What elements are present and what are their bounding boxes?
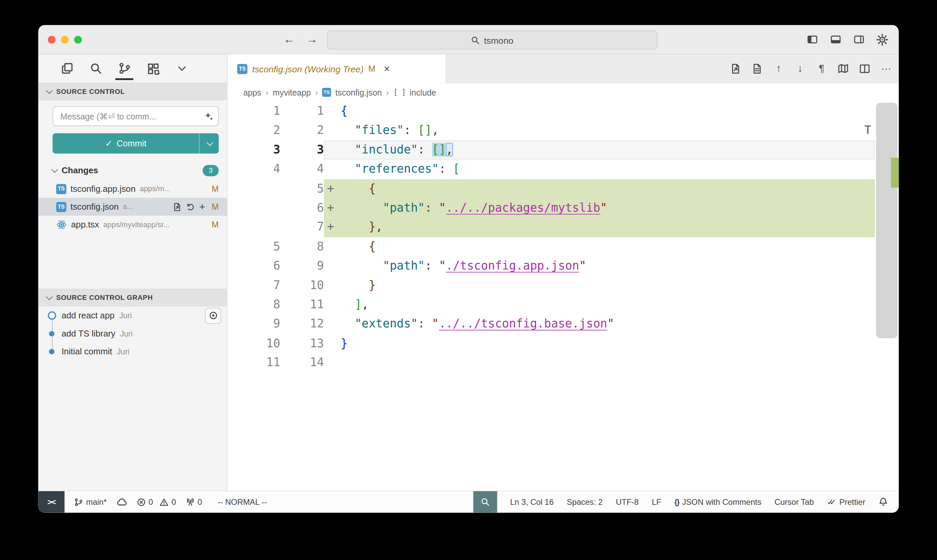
- code-line[interactable]: 22 "files": [],: [228, 121, 899, 140]
- more-actions-icon[interactable]: ···: [880, 62, 893, 75]
- toggle-panel-icon[interactable]: [828, 32, 843, 47]
- open-changes-icon[interactable]: [729, 62, 742, 75]
- code-line[interactable]: 1114: [228, 353, 899, 372]
- branch-indicator[interactable]: main*: [74, 497, 107, 506]
- code-line-content: "extends": "../../tsconfig.base.json": [324, 314, 875, 334]
- minimap-slider[interactable]: [876, 103, 898, 338]
- vim-mode-indicator[interactable]: -- NORMAL --: [217, 497, 267, 506]
- cursor-tab-indicator[interactable]: Cursor Tab: [774, 497, 814, 506]
- code-line[interactable]: 710 }: [228, 275, 899, 295]
- warning-icon: [160, 497, 169, 506]
- code-line[interactable]: 11{: [228, 102, 899, 121]
- change-file-row[interactable]: TStsconfig.jsona...+M: [38, 198, 227, 216]
- editor-actions: ↑ ↓ ¶ ···: [729, 54, 892, 82]
- code-line[interactable]: 1013}: [228, 334, 899, 353]
- additional-views-chevron-icon[interactable]: [175, 60, 188, 77]
- copilot-sparkle-icon[interactable]: [204, 112, 213, 121]
- back-button[interactable]: ←: [280, 31, 299, 48]
- code-line[interactable]: 33 "include": [],: [228, 140, 899, 160]
- code-line[interactable]: 811 ],: [228, 295, 899, 315]
- stage-changes-icon[interactable]: +: [199, 202, 205, 212]
- breadcrumb-item-myviteapp[interactable]: myviteapp: [272, 88, 311, 97]
- diff-editor[interactable]: 11{22 "files": [],33 "include": [],44 "r…: [228, 102, 899, 491]
- code-line[interactable]: 58 {: [228, 237, 899, 257]
- cursor-position-indicator[interactable]: Ln 3, Col 16: [510, 497, 554, 506]
- react-file-icon: [56, 219, 67, 230]
- source-control-icon[interactable]: [118, 60, 131, 77]
- zoom-indicator[interactable]: [473, 491, 497, 512]
- changes-header[interactable]: Changes 3: [38, 161, 227, 180]
- original-line-number: 1: [228, 102, 280, 121]
- toggle-secondary-sidebar-icon[interactable]: [851, 32, 866, 47]
- minimize-window-button[interactable]: [61, 36, 69, 43]
- search-icon[interactable]: [89, 60, 102, 77]
- close-window-button[interactable]: [48, 36, 55, 43]
- change-file-row[interactable]: app.tsxapps/myviteapp/sr...M: [38, 216, 227, 234]
- original-line-number: 11: [228, 353, 280, 372]
- minimap[interactable]: [875, 102, 899, 491]
- previous-change-icon[interactable]: ↑: [772, 62, 785, 75]
- commit-author: Juri: [120, 329, 221, 338]
- code-line[interactable]: 44 "references": [: [228, 160, 899, 179]
- maximize-window-button[interactable]: [74, 36, 82, 43]
- typescript-file-icon: TS: [322, 88, 331, 97]
- code-line[interactable]: 69 "path": "./tsconfig.app.json": [228, 257, 899, 276]
- sync-changes-button[interactable]: [116, 498, 127, 506]
- settings-gear-icon[interactable]: [875, 32, 889, 47]
- go-to-file-icon[interactable]: [751, 62, 764, 75]
- breadcrumb-item-tsconfig[interactable]: tsconfig.json: [335, 88, 382, 97]
- indentation-indicator[interactable]: Spaces: 2: [567, 497, 603, 506]
- eol-indicator[interactable]: LF: [652, 497, 662, 506]
- map-icon[interactable]: [837, 62, 850, 75]
- discard-changes-icon[interactable]: [186, 202, 195, 211]
- open-file-icon[interactable]: [173, 202, 182, 211]
- commit-row[interactable]: Initial commitJuri: [38, 342, 227, 360]
- change-file-row[interactable]: TStsconfig.app.jsonapps/m...M: [38, 180, 227, 198]
- tab-tsconfig-working-tree[interactable]: TS tsconfig.json (Working Tree) M ×: [228, 54, 446, 83]
- commit-row[interactable]: add react appJuri: [38, 306, 227, 325]
- modified-line-number: 12: [280, 314, 324, 334]
- code-line[interactable]: 6+ "path": "../../packages/mytslib": [228, 198, 899, 218]
- command-center-search[interactable]: tsmono: [327, 31, 657, 50]
- formatter-indicator[interactable]: ✓✓ Prettier: [827, 497, 865, 506]
- original-line-number: 7: [228, 275, 280, 295]
- remote-indicator[interactable]: ><: [38, 491, 65, 512]
- sidebar-spacer: [38, 234, 227, 288]
- check-icon: ✓: [105, 138, 112, 148]
- source-control-section-header[interactable]: SOURCE CONTROL: [38, 82, 227, 100]
- forward-button[interactable]: →: [302, 31, 322, 48]
- section-title: SOURCE CONTROL: [56, 88, 125, 95]
- commit-message-input[interactable]: [59, 111, 204, 122]
- next-change-icon[interactable]: ↓: [794, 62, 807, 75]
- close-tab-icon[interactable]: ×: [384, 63, 390, 75]
- toggle-whitespace-icon[interactable]: ¶: [815, 62, 828, 75]
- ports-indicator[interactable]: 0: [185, 497, 202, 506]
- code-line[interactable]: 912 "extends": "../../tsconfig.base.json…: [228, 314, 899, 334]
- commit-dropdown-button[interactable]: [199, 133, 219, 154]
- file-name: tsconfig.app.json: [71, 184, 135, 194]
- commit-action-button[interactable]: [205, 307, 221, 323]
- original-line-number: 9: [228, 314, 280, 334]
- warning-count: 0: [172, 497, 176, 506]
- notifications-bell[interactable]: [879, 497, 888, 506]
- extensions-icon[interactable]: [146, 60, 160, 77]
- breadcrumb-item-apps[interactable]: apps: [243, 88, 262, 97]
- toggle-primary-sidebar-icon[interactable]: [805, 32, 820, 47]
- chevron-right-icon: ›: [266, 87, 269, 97]
- code-line[interactable]: 7+ },: [228, 218, 899, 237]
- commit-row[interactable]: add TS libraryJuri: [38, 325, 227, 342]
- problems-indicator[interactable]: 0 0: [137, 497, 176, 506]
- language-mode-indicator[interactable]: {} JSON with Comments: [674, 497, 761, 506]
- original-line-number: [228, 179, 280, 198]
- breadcrumb-item-include[interactable]: include: [409, 88, 436, 97]
- code-line[interactable]: 5+ {: [228, 179, 899, 198]
- commit-button[interactable]: ✓Commit: [52, 133, 219, 154]
- encoding-indicator[interactable]: UTF-8: [616, 497, 639, 506]
- split-editor-icon[interactable]: [858, 62, 871, 75]
- chevron-right-icon: ›: [386, 87, 389, 97]
- source-control-graph-header[interactable]: SOURCE CONTROL GRAPH: [38, 289, 227, 306]
- explorer-icon[interactable]: [60, 60, 73, 77]
- commit-message-box: [52, 106, 219, 126]
- tab-title: tsconfig.json (Working Tree): [252, 64, 363, 74]
- commit-button-label: Commit: [117, 138, 146, 148]
